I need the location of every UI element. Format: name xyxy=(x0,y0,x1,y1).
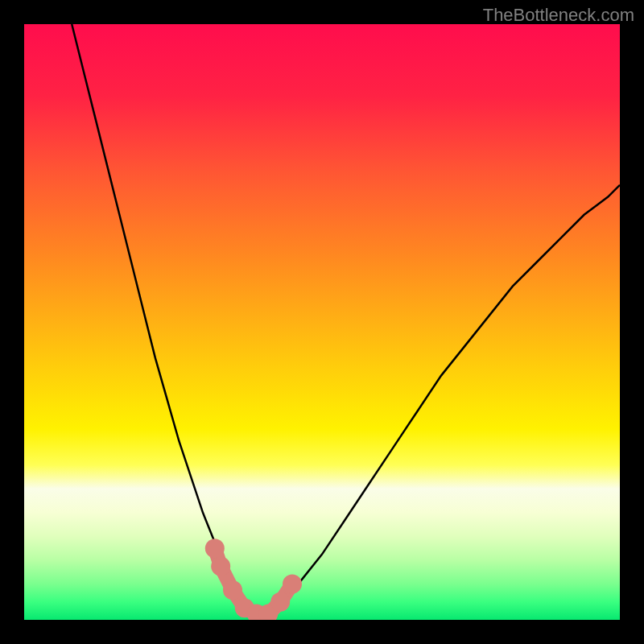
attribution-text: TheBottleneck.com xyxy=(483,5,634,26)
highlight-dot xyxy=(211,556,230,576)
right-curve xyxy=(275,185,620,608)
plot-area xyxy=(24,24,620,620)
highlight-dot xyxy=(270,592,290,612)
left-curve xyxy=(72,24,250,608)
highlight-dot xyxy=(205,539,225,558)
highlight-dot xyxy=(283,575,302,594)
chart-svg xyxy=(24,24,620,620)
highlight-dot xyxy=(223,580,242,600)
